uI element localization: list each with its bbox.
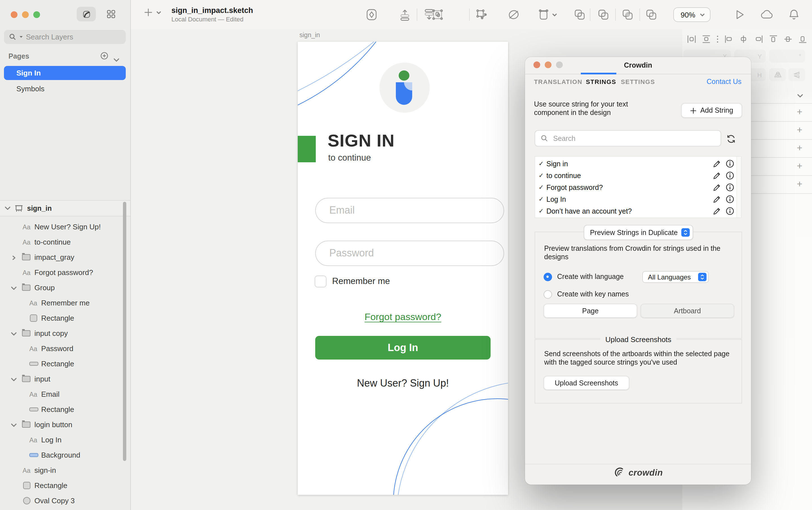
zoom-window-button[interactable] <box>33 11 40 18</box>
password-field[interactable]: Password <box>315 241 504 266</box>
upload-screenshots-button[interactable]: Upload Screenshots <box>544 376 629 390</box>
edit-pencil-icon[interactable] <box>713 183 721 191</box>
boolean-subtract-icon[interactable] <box>598 9 609 23</box>
chevron-right-icon[interactable] <box>12 255 16 260</box>
notifications-bell-icon[interactable] <box>788 8 800 23</box>
boolean-intersect-icon[interactable] <box>622 9 633 23</box>
layer-row[interactable]: input copy <box>0 326 130 341</box>
section-collapse-chevron[interactable] <box>797 90 804 100</box>
layer-artboard-row[interactable]: sign_in <box>0 200 130 216</box>
align-middle-icon[interactable] <box>783 34 793 44</box>
chevron-down-icon[interactable] <box>4 206 11 210</box>
zoom-dropdown[interactable]: 90% <box>673 7 710 22</box>
layer-row[interactable]: Oval Copy 3 <box>0 493 130 508</box>
add-style-button[interactable]: + <box>797 160 803 172</box>
tab-translation[interactable]: TRANSLATION <box>534 78 582 85</box>
chevron-down-icon[interactable] <box>11 286 17 290</box>
layer-row[interactable]: Background <box>0 447 130 463</box>
layer-row[interactable]: Rectangle <box>0 356 130 371</box>
tab-settings[interactable]: SETTINGS <box>621 78 655 85</box>
align-right-icon[interactable] <box>754 34 763 44</box>
edit-pencil-icon[interactable] <box>713 160 721 168</box>
string-row[interactable]: ✓Log In <box>535 193 741 205</box>
symbol-tool-icon[interactable] <box>366 8 378 23</box>
boolean-difference-icon[interactable] <box>646 9 657 23</box>
string-row[interactable]: ✓to continue <box>535 170 741 181</box>
chevron-down-icon[interactable] <box>11 423 17 427</box>
string-row[interactable]: ✓Sign in <box>535 158 741 170</box>
search-layers-field[interactable]: Search Layers <box>4 30 126 44</box>
insert-button[interactable] <box>144 8 161 17</box>
artboard-button[interactable]: Artboard <box>641 304 734 318</box>
collapse-pages-icon[interactable] <box>113 54 120 64</box>
bring-forward-icon[interactable] <box>399 8 411 23</box>
layer-row[interactable]: Aato-continue <box>0 234 130 250</box>
sidebar-page-symbols[interactable]: Symbols <box>4 82 126 96</box>
ungroup-icon[interactable] <box>475 8 487 23</box>
layer-row[interactable]: Rectangle <box>0 478 130 493</box>
info-icon[interactable] <box>726 171 734 180</box>
layer-row[interactable]: AaRemember me <box>0 295 130 310</box>
strings-list-scrollbar[interactable] <box>736 157 741 217</box>
layer-row[interactable]: AaForgot password? <box>0 265 130 280</box>
layer-row[interactable]: impact_gray <box>0 250 130 265</box>
resize-icon[interactable] <box>538 8 557 21</box>
create-with-key-names-option[interactable]: Create with key names <box>544 290 629 299</box>
align-bottom-icon[interactable] <box>798 34 808 44</box>
strings-search-input[interactable] <box>552 134 712 143</box>
preview-strings-dropdown[interactable]: Preview Strings in Duplicate <box>584 225 693 240</box>
edit-pencil-icon[interactable] <box>713 195 721 203</box>
add-page-icon[interactable] <box>100 52 108 62</box>
add-style-button[interactable]: + <box>797 179 803 190</box>
radio-unselected-icon[interactable] <box>544 290 552 299</box>
create-with-language-option[interactable]: Create with language <box>544 273 624 281</box>
distribute-vertical-icon[interactable] <box>701 34 711 44</box>
strings-search-field[interactable] <box>534 130 721 147</box>
language-select[interactable]: All Languages <box>642 271 709 283</box>
layer-row[interactable]: Rectangle <box>0 310 130 326</box>
align-left-icon[interactable] <box>724 34 734 44</box>
string-row[interactable]: ✓Don’t have an account yet? <box>535 205 741 217</box>
component-grid-view-button[interactable] <box>102 7 121 22</box>
remember-me-checkbox[interactable] <box>315 276 326 288</box>
layer-list-view-button[interactable] <box>77 7 96 22</box>
info-icon[interactable] <box>726 207 734 215</box>
preview-play-icon[interactable] <box>734 9 745 23</box>
layer-row[interactable]: Group <box>0 280 130 295</box>
rotation-field[interactable]: ° <box>769 50 805 63</box>
align-center-horizontal-icon[interactable] <box>739 34 749 44</box>
add-string-button[interactable]: Add String <box>681 103 742 118</box>
chevron-down-icon[interactable] <box>11 332 17 336</box>
layer-row[interactable]: Rectangle <box>0 402 130 417</box>
contact-us-link[interactable]: Contact Us <box>706 78 742 86</box>
signup-link[interactable]: New User? Sign Up! <box>298 378 508 390</box>
email-field[interactable]: Email <box>315 198 504 223</box>
transform-icon[interactable] <box>508 8 520 23</box>
string-row[interactable]: ✓Forgot password? <box>535 181 741 193</box>
more-options-icon[interactable] <box>716 34 719 44</box>
layer-row[interactable]: AaNew User? Sign Up! <box>0 219 130 234</box>
tab-strings[interactable]: STRINGS <box>586 78 616 85</box>
login-button[interactable]: Log In <box>315 336 491 360</box>
info-icon[interactable] <box>726 195 734 204</box>
add-style-button[interactable]: + <box>797 124 803 136</box>
refresh-icon[interactable] <box>726 134 736 146</box>
layer-row[interactable]: AaLog In <box>0 432 130 447</box>
forgot-password-link[interactable]: Forgot password? <box>298 312 508 323</box>
artboard-sign-in[interactable]: SIGN IN to continue Email Password Remem… <box>298 42 508 495</box>
info-icon[interactable] <box>726 159 734 168</box>
add-style-button[interactable]: + <box>797 107 803 118</box>
group-icon[interactable] <box>431 8 444 23</box>
sidebar-scrollbar[interactable] <box>123 202 126 461</box>
page-button[interactable]: Page <box>544 304 637 318</box>
sidebar-page-sign-in[interactable]: Sign In <box>4 66 126 80</box>
align-top-icon[interactable] <box>768 34 778 44</box>
chevron-down-icon[interactable] <box>11 378 17 382</box>
boolean-union-icon[interactable] <box>574 9 585 23</box>
radio-selected-icon[interactable] <box>544 273 552 281</box>
layer-row[interactable]: login button <box>0 417 130 432</box>
layer-row[interactable]: AaEmail <box>0 387 130 402</box>
layer-row[interactable]: AaPassword <box>0 341 130 356</box>
artboard-title[interactable]: sign_in <box>299 32 320 38</box>
close-window-button[interactable] <box>11 11 18 18</box>
